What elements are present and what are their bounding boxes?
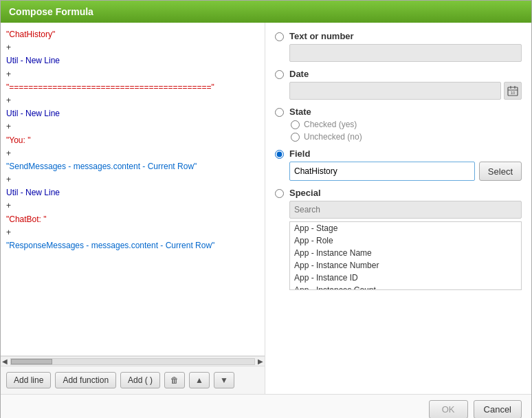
date-option: Date 10 <box>275 69 522 100</box>
scroll-right-icon[interactable]: ▶ <box>256 358 265 365</box>
state-label: State <box>289 107 311 117</box>
formula-toolbar: Add line Add function Add ( ) 🗑 ▲ ▼ <box>1 366 265 394</box>
field-label: Field <box>289 148 310 159</box>
text-or-number-input[interactable] <box>289 44 522 62</box>
list-item[interactable]: App - Instance Name <box>290 247 521 259</box>
formula-line: + <box>6 41 259 54</box>
list-item[interactable]: App - Instance ID <box>290 272 521 284</box>
scroll-left-icon[interactable]: ◀ <box>1 358 9 365</box>
dialog-title: Compose Formula <box>1 1 531 23</box>
formula-line: "You: " <box>6 134 259 147</box>
formula-line: "ChatBot: " <box>6 213 259 226</box>
formula-line: "=======================================… <box>6 81 259 94</box>
special-search-input[interactable] <box>289 201 522 219</box>
state-radio[interactable] <box>275 108 284 117</box>
formula-line: "ChatHistory" <box>6 28 259 41</box>
formula-line: + <box>6 94 259 107</box>
dialog-body: "ChatHistory" + Util - New Line + "=====… <box>1 23 531 394</box>
checked-radio[interactable] <box>291 120 300 129</box>
list-item[interactable]: App - Role <box>290 234 521 247</box>
special-content: Special App - Stage App - Role App - Ins… <box>289 188 522 290</box>
field-option: Field Select <box>275 148 522 181</box>
formula-line: + <box>6 68 259 81</box>
scroll-thumb[interactable] <box>11 359 52 364</box>
right-panel: Text or number Date <box>265 23 531 394</box>
list-item[interactable]: App - Instances Count <box>290 284 521 290</box>
special-radio[interactable] <box>275 189 284 198</box>
add-line-button[interactable]: Add line <box>6 372 51 388</box>
list-item[interactable]: App - Stage <box>290 222 521 234</box>
unchecked-radio[interactable] <box>291 133 300 142</box>
state-option: State Checked (yes) Unchecked (no) <box>275 107 522 142</box>
field-value-input[interactable] <box>289 162 475 181</box>
horizontal-scrollbar[interactable]: ◀ ▶ <box>1 356 265 366</box>
scroll-track[interactable] <box>10 358 255 365</box>
formula-line: + <box>6 226 259 239</box>
checked-label: Checked (yes) <box>304 120 357 129</box>
formula-line: Util - New Line <box>6 107 259 120</box>
list-item[interactable]: App - Instance Number <box>290 259 521 272</box>
calendar-icon[interactable]: 10 <box>504 82 522 100</box>
formula-line: + <box>6 173 259 186</box>
text-or-number-radio[interactable] <box>275 32 284 41</box>
text-or-number-option: Text or number <box>275 31 522 62</box>
special-list[interactable]: App - Stage App - Role App - Instance Na… <box>289 221 522 290</box>
state-content: State Checked (yes) Unchecked (no) <box>289 107 522 142</box>
text-or-number-content: Text or number <box>289 31 522 62</box>
formula-line: "ResponseMessages - messages.content - C… <box>6 239 259 252</box>
delete-button[interactable]: 🗑 <box>164 372 185 388</box>
unchecked-sub-option: Unchecked (no) <box>291 132 522 142</box>
formula-line: Util - New Line <box>6 186 259 199</box>
add-paren-button[interactable]: Add ( ) <box>120 372 160 388</box>
move-down-button[interactable]: ▼ <box>214 372 234 388</box>
select-button[interactable]: Select <box>479 162 522 181</box>
dialog-footer: OK Cancel <box>1 394 531 418</box>
cancel-button[interactable]: Cancel <box>474 400 522 418</box>
move-up-button[interactable]: ▲ <box>189 372 210 388</box>
formula-area: "ChatHistory" + Util - New Line + "=====… <box>1 23 265 356</box>
date-input[interactable] <box>289 82 501 100</box>
formula-line: Util - New Line <box>6 54 259 67</box>
field-row: Select <box>289 162 522 181</box>
svg-text:10: 10 <box>511 91 516 95</box>
formula-line: + <box>6 199 259 212</box>
field-content: Field Select <box>289 148 522 181</box>
left-panel: "ChatHistory" + Util - New Line + "=====… <box>1 23 265 394</box>
date-radio[interactable] <box>275 70 284 79</box>
field-radio[interactable] <box>275 150 284 159</box>
compose-formula-dialog: Compose Formula "ChatHistory" + Util - N… <box>0 0 532 418</box>
ok-button[interactable]: OK <box>429 400 468 418</box>
formula-line: + <box>6 120 259 133</box>
date-input-row: 10 <box>289 82 522 100</box>
special-label: Special <box>289 188 321 198</box>
date-label: Date <box>289 69 309 79</box>
formula-line: + <box>6 147 259 160</box>
formula-line: "SendMessages - messages.content - Curre… <box>6 160 259 173</box>
date-content: Date 10 <box>289 69 522 100</box>
text-or-number-label: Text or number <box>289 31 354 41</box>
special-option: Special App - Stage App - Role App - Ins… <box>275 188 522 290</box>
unchecked-label: Unchecked (no) <box>304 132 362 142</box>
checked-sub-option: Checked (yes) <box>291 120 522 129</box>
add-function-button[interactable]: Add function <box>55 372 116 388</box>
